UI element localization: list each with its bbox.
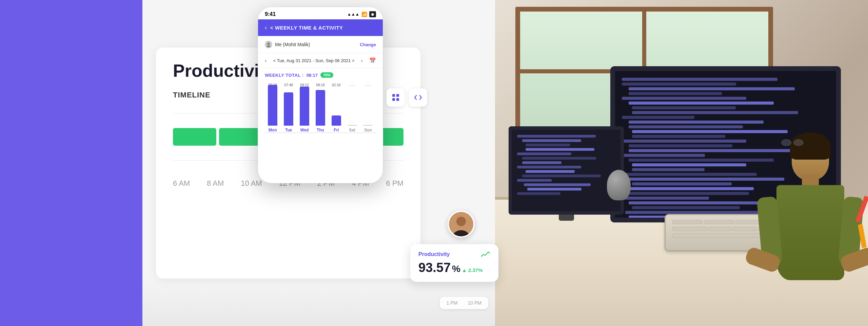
productivity-overlay-header: Productivity <box>418 251 490 258</box>
svg-rect-5 <box>396 98 399 101</box>
change-button[interactable]: Change <box>360 42 376 47</box>
user-icon <box>265 41 272 48</box>
phone-header-title: < WEEKLY TIME & ACTIVITY <box>270 25 343 31</box>
weekly-total-label: WEEKLY TOTAL : <box>265 73 304 78</box>
wifi-icon: 📶 <box>361 12 367 17</box>
productivity-value-row: 93.57 % ▲ 2.37% <box>418 260 490 275</box>
phone-bar-mon <box>268 85 277 126</box>
phone-bar-wrap-sat: Sat <box>346 125 359 132</box>
time-label-6pm: 6 PM <box>386 179 403 188</box>
weekly-total-time: 08:17 <box>307 73 318 78</box>
back-arrow-icon[interactable]: ‹ <box>265 24 267 31</box>
phone-bar-wrap-fri: Fri <box>330 115 343 132</box>
phone-bar-sat <box>348 125 357 126</box>
activity-bar-green-2 <box>219 128 262 146</box>
phone-bar-wrap-tue: Tue <box>282 92 295 132</box>
phone-user-row: Me (Mohit Malik) Change <box>258 36 383 53</box>
phone-bar-fri <box>332 115 341 126</box>
bar-value-sun: --:-- <box>361 83 375 87</box>
right-photo-section <box>495 0 868 326</box>
phone-bar-thu <box>316 90 325 126</box>
phone-bar-label-sun: Sun <box>364 128 372 132</box>
grid-view-button[interactable] <box>387 88 405 107</box>
productivity-label: Productivity <box>418 251 450 257</box>
phone-bar-wrap-thu: Thu <box>314 90 327 132</box>
office-background <box>495 0 868 326</box>
partial-time-overlay: 1 PM 10 PM <box>440 297 488 309</box>
phone-weekly-total: WEEKLY TOTAL : 08:17 70% <box>258 68 383 80</box>
trend-icon <box>481 251 490 258</box>
svg-point-7 <box>456 217 466 226</box>
phone-bar-sun <box>363 125 373 126</box>
date-range-label: < Tue, Aug 31 2021 - Sun, Sep 06 2021 > <box>273 58 354 63</box>
prev-week-button[interactable]: ‹ <box>265 58 267 64</box>
time-label-6am: 6 AM <box>173 179 190 188</box>
phone-bar-label-sat: Sat <box>349 128 355 132</box>
svg-rect-3 <box>396 94 399 97</box>
partial-time-1: 1 PM <box>447 300 458 306</box>
phone-bar-label-mon: Mon <box>269 128 277 132</box>
monitor-small <box>509 126 624 221</box>
signal-icon: ▲▲▲ <box>347 12 359 17</box>
phone-bar-wed <box>300 87 309 126</box>
time-label-10am: 10 AM <box>241 179 262 188</box>
svg-point-1 <box>267 46 271 48</box>
phone-mockup: 9:41 ▲▲▲ 📶 ■ ‹ < WEEKLY TIME & ACTIVITY <box>258 7 383 183</box>
svg-rect-4 <box>392 98 395 101</box>
bar-value-fri: 02:18 <box>330 83 343 87</box>
left-purple-section <box>0 0 142 326</box>
productivity-percent: % <box>452 264 460 274</box>
phone-bar-label-thu: Thu <box>317 128 324 132</box>
desk-device <box>607 170 634 204</box>
productivity-change: ▲ 2.37% <box>462 267 483 273</box>
phone-time: 9:41 <box>265 11 276 17</box>
phone-date-row: ‹ < Tue, Aug 31 2021 - Sun, Sep 06 2021 … <box>258 53 383 68</box>
battery-icon: ■ <box>369 11 376 17</box>
phone-bar-wrap-sun: Sun <box>361 125 375 132</box>
code-view-button[interactable] <box>409 88 427 107</box>
phone-bar-wrap-wed: Wed <box>298 87 311 132</box>
productivity-value: 93.57 <box>418 260 451 275</box>
phone-bar-label-fri: Fri <box>334 128 339 132</box>
bar-value-sat: --:-- <box>346 83 359 87</box>
calendar-icon[interactable]: 📅 <box>369 57 376 64</box>
person-silhouette <box>726 82 868 326</box>
bar-value-tue: 07:48 <box>282 83 295 87</box>
phone-bar-values: 09:18 07:48 09:12 08:18 02:18 --:-- --:-… <box>265 83 376 87</box>
weekly-total-badge: 70% <box>320 72 333 78</box>
phone-bar-label-wed: Wed <box>300 128 309 132</box>
svg-point-0 <box>267 42 270 45</box>
phone-user-left: Me (Mohit Malik) <box>265 41 310 48</box>
next-week-button[interactable]: › <box>361 58 363 64</box>
bar-value-thu: 08:18 <box>314 83 327 87</box>
svg-rect-2 <box>392 94 395 97</box>
productivity-overlay-card: Productivity 93.57 % ▲ 2.37% <box>410 244 498 282</box>
time-label-8am: 8 AM <box>207 179 224 188</box>
phone-bar-wrap-mon: Mon <box>266 85 279 132</box>
partial-time-2: 10 PM <box>468 300 481 306</box>
phone-bars-container: Mon Tue Wed Thu Fri <box>265 89 376 133</box>
phone-bar-tue <box>284 92 293 126</box>
phone-chart-area: 09:18 07:48 09:12 08:18 02:18 --:-- --:-… <box>258 80 383 133</box>
phone-header: ‹ < WEEKLY TIME & ACTIVITY <box>258 19 383 36</box>
activity-bar-green-1 <box>173 128 216 146</box>
avatar <box>448 211 475 238</box>
center-section: Productivity Trends TIMELINE 6 AM <box>142 0 495 326</box>
user-name-label: Me (Mohit Malik) <box>275 42 310 47</box>
glasses-icon <box>781 139 804 146</box>
phone-bar-label-tue: Tue <box>285 128 292 132</box>
phone-status-bar: 9:41 ▲▲▲ 📶 ■ <box>258 7 383 19</box>
